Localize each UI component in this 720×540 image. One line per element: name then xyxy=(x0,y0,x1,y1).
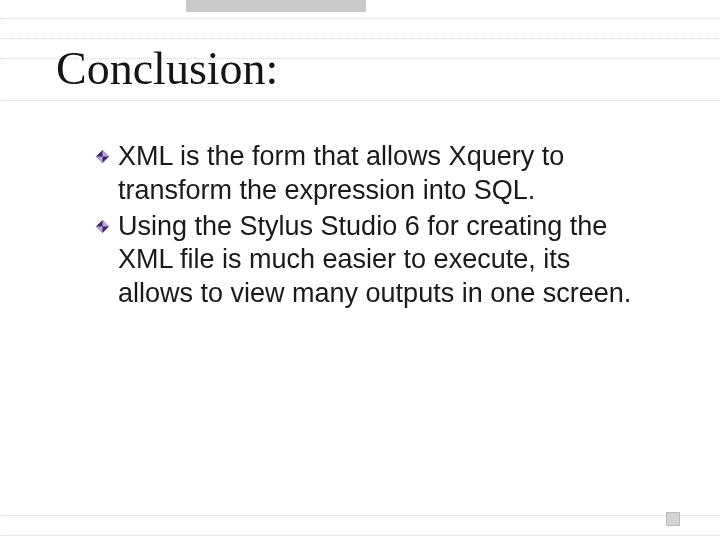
dotted-guide-line xyxy=(0,38,720,39)
diamond-bullet-icon xyxy=(96,220,109,233)
dotted-guide-line xyxy=(0,535,720,536)
dotted-guide-line xyxy=(0,100,720,101)
slide: Conclusion: XML is the form that allows … xyxy=(0,0,720,540)
diamond-bullet-icon xyxy=(96,150,109,163)
decorative-corner-square xyxy=(666,512,680,526)
bullet-text: Using the Stylus Studio 6 for creating t… xyxy=(118,211,631,309)
svg-marker-1 xyxy=(103,150,110,157)
dotted-guide-line xyxy=(0,515,720,516)
list-item: XML is the form that allows Xquery to tr… xyxy=(96,140,650,208)
svg-marker-2 xyxy=(96,157,103,164)
bullet-text: XML is the form that allows Xquery to tr… xyxy=(118,141,564,205)
svg-marker-5 xyxy=(96,226,103,233)
dotted-guide-line xyxy=(0,18,720,19)
svg-marker-4 xyxy=(103,220,110,227)
decorative-top-bar xyxy=(186,0,366,12)
slide-title: Conclusion: xyxy=(56,42,278,95)
slide-body: XML is the form that allows Xquery to tr… xyxy=(96,140,650,313)
list-item: Using the Stylus Studio 6 for creating t… xyxy=(96,210,650,311)
